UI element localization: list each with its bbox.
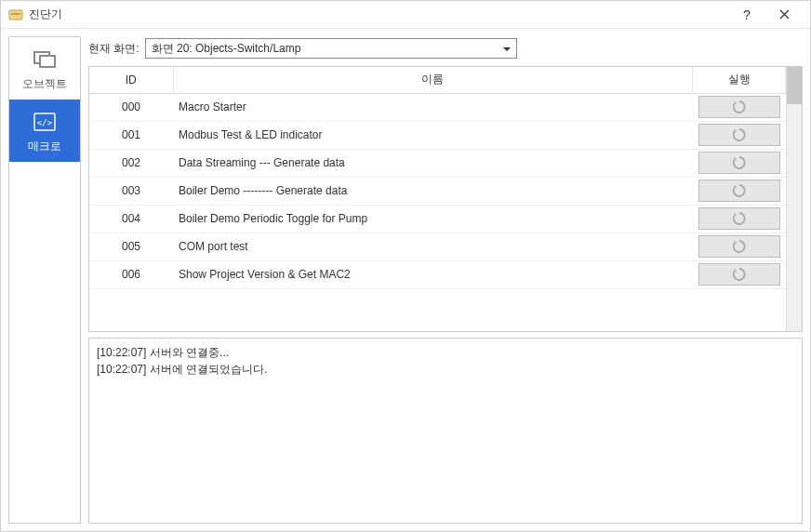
cell-run <box>693 149 786 177</box>
run-button[interactable] <box>698 152 780 174</box>
titlebar: 진단기 ? <box>1 1 810 29</box>
cell-run <box>693 205 786 233</box>
screen-selector-row: 현재 화면: 화면 20: Objects-Switch/Lamp <box>88 36 803 60</box>
run-icon <box>732 211 747 226</box>
log-line: [10:22:07] 서버에 연결되었습니다. <box>97 361 794 378</box>
cell-id: 005 <box>89 233 173 260</box>
cell-name: Macro Starter <box>173 93 693 121</box>
table-row[interactable]: 004Boiler Demo Periodic Toggle for Pump <box>89 205 786 233</box>
run-icon <box>732 155 747 170</box>
diagnostic-window: 진단기 ? 오브젝트 </> <box>0 0 811 532</box>
cell-id: 002 <box>89 149 173 177</box>
cell-id: 003 <box>89 177 173 205</box>
cell-name: Boiler Demo -------- Generate data <box>173 177 693 205</box>
log-panel[interactable]: [10:22:07] 서버와 연결중...[10:22:07] 서버에 연결되었… <box>88 338 803 524</box>
body: 오브젝트 </> 매크로 현재 화면: 화면 20: Objects-Switc… <box>1 29 810 531</box>
cell-run <box>693 93 786 121</box>
macro-table-container: ID 이름 실행 000Macro Starter001Modbus Test … <box>88 66 803 332</box>
run-icon <box>732 183 747 198</box>
window-title: 진단기 <box>29 7 728 22</box>
scrollbar-thumb[interactable] <box>787 67 802 104</box>
vertical-scrollbar[interactable] <box>786 67 802 331</box>
cell-name: Modbus Test & LED indicator <box>173 121 693 149</box>
cell-name: Data Streaming --- Generate data <box>173 149 693 177</box>
run-button[interactable] <box>698 180 780 202</box>
svg-rect-1 <box>11 13 20 15</box>
run-icon <box>732 267 747 282</box>
table-row[interactable]: 006Show Project Version & Get MAC2 <box>89 260 786 288</box>
col-header-name[interactable]: 이름 <box>173 67 693 93</box>
chevron-down-icon <box>494 42 511 55</box>
app-icon <box>8 7 23 22</box>
cell-name: COM port test <box>173 233 693 260</box>
screen-label: 현재 화면: <box>88 41 140 57</box>
cell-id: 000 <box>89 93 173 121</box>
col-header-id[interactable]: ID <box>89 67 173 93</box>
run-icon <box>732 239 747 254</box>
cell-id: 006 <box>89 260 173 288</box>
sidebar-item-label: 오브젝트 <box>13 76 76 92</box>
table-header-row: ID 이름 실행 <box>89 67 786 93</box>
screen-dropdown[interactable]: 화면 20: Objects-Switch/Lamp <box>145 38 517 59</box>
cell-run <box>693 233 786 260</box>
table-row[interactable]: 000Macro Starter <box>89 93 786 121</box>
cell-id: 004 <box>89 205 173 233</box>
macro-icon: </> <box>13 109 76 135</box>
log-line: [10:22:07] 서버와 연결중... <box>97 344 794 361</box>
table-row[interactable]: 003Boiler Demo -------- Generate data <box>89 177 786 205</box>
run-button[interactable] <box>698 124 780 146</box>
cell-run <box>693 121 786 149</box>
cell-run <box>693 177 786 205</box>
main-panel: 현재 화면: 화면 20: Objects-Switch/Lamp ID 이름 <box>88 36 803 524</box>
sidebar: 오브젝트 </> 매크로 <box>8 36 81 524</box>
sidebar-item-label: 매크로 <box>13 139 76 154</box>
run-button[interactable] <box>698 263 780 286</box>
col-header-run[interactable]: 실행 <box>693 67 786 93</box>
cell-run <box>693 260 786 288</box>
screen-dropdown-value: 화면 20: Objects-Switch/Lamp <box>152 41 494 57</box>
cell-name: Show Project Version & Get MAC2 <box>173 260 693 288</box>
table-row[interactable]: 001Modbus Test & LED indicator <box>89 121 786 149</box>
run-button[interactable] <box>698 235 780 258</box>
table-row[interactable]: 005COM port test <box>89 233 786 260</box>
table-row[interactable]: 002Data Streaming --- Generate data <box>89 149 786 177</box>
close-button[interactable] <box>765 2 803 28</box>
cell-id: 001 <box>89 121 173 149</box>
sidebar-item-object[interactable]: 오브젝트 <box>9 37 80 100</box>
macro-table: ID 이름 실행 000Macro Starter001Modbus Test … <box>89 67 786 289</box>
run-button[interactable] <box>698 96 780 118</box>
run-icon <box>732 100 747 114</box>
svg-text:</>: </> <box>37 118 53 127</box>
svg-rect-3 <box>40 56 55 67</box>
object-icon <box>13 47 76 73</box>
run-icon <box>732 127 747 142</box>
cell-name: Boiler Demo Periodic Toggle for Pump <box>173 205 693 233</box>
help-button[interactable]: ? <box>728 2 765 28</box>
sidebar-item-macro[interactable]: </> 매크로 <box>9 100 80 162</box>
run-button[interactable] <box>698 207 780 230</box>
macro-table-scroll: ID 이름 실행 000Macro Starter001Modbus Test … <box>89 67 786 331</box>
